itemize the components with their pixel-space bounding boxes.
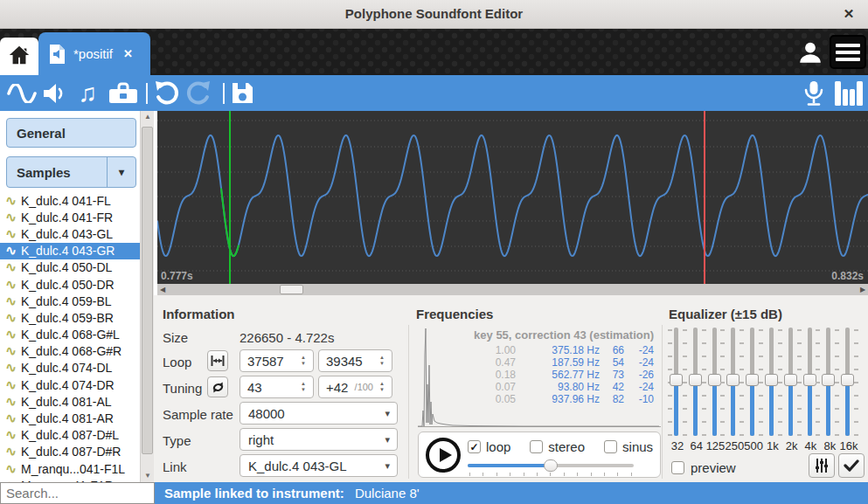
spinner-arrows-icon[interactable]: ▲▼: [296, 355, 310, 367]
samples-button[interactable]: Samples ▾: [6, 156, 136, 188]
scrollbar-thumb[interactable]: [142, 127, 153, 454]
tuning-correction-spinner[interactable]: +42 /100 ▲▼: [318, 376, 392, 398]
slider-knob[interactable]: [544, 459, 558, 472]
eq-band-4k[interactable]: [802, 328, 821, 439]
play-button[interactable]: [426, 438, 461, 473]
eq-settings-button[interactable]: [809, 453, 835, 478]
list-item[interactable]: ∿K_dulc.4 059-BR: [0, 309, 140, 326]
loop-checkbox-label: loop: [486, 439, 510, 454]
eq-handle[interactable]: [670, 374, 683, 386]
list-item-selected[interactable]: ∿K_dulc.4 043-GR: [0, 243, 140, 259]
menu-icon[interactable]: [830, 35, 866, 69]
list-item[interactable]: ∿K_dulc.4 041-FL: [0, 192, 140, 209]
list-item[interactable]: ∿M_ranqu...041-F1L: [0, 460, 140, 477]
eq-band-500[interactable]: [744, 328, 763, 439]
list-item[interactable]: ∿K_dulc.4 068-G#R: [0, 343, 140, 360]
list-item[interactable]: ∿K_dulc.4 050-DL: [0, 259, 140, 276]
list-item[interactable]: ∿K_dulc.4 043-GL: [0, 225, 140, 242]
eq-band-2k[interactable]: [782, 328, 802, 439]
save-icon[interactable]: [227, 75, 257, 111]
samples-dropdown-arrow[interactable]: ▾: [107, 157, 135, 187]
list-item[interactable]: ∿K_dulc.4 087-D#R: [0, 444, 140, 460]
player-slider[interactable]: [468, 459, 634, 472]
list-item[interactable]: ∿K_dulc.4 074-DL: [0, 360, 140, 376]
tab-close-icon[interactable]: ✕: [123, 47, 133, 60]
eq-band-125[interactable]: [706, 328, 726, 439]
list-item[interactable]: ∿K_dulc.4 074-DR: [0, 376, 140, 393]
microphone-icon[interactable]: [801, 75, 827, 111]
equalizer-band-labels: 3264 125250 5001k 2k4k 8k16k: [668, 439, 858, 452]
preview-checkbox[interactable]: [671, 461, 684, 474]
frequency-row: 0.0793.80 Hz42-24: [416, 381, 654, 393]
spinner-arrows-icon[interactable]: ▲▼: [375, 381, 389, 393]
loop-start-marker[interactable]: [229, 111, 231, 284]
loop-checkbox[interactable]: ✓: [468, 440, 481, 453]
eq-handle[interactable]: [746, 374, 759, 386]
eq-band-16k[interactable]: [839, 328, 858, 439]
waveform-plot: [157, 111, 868, 284]
search-input[interactable]: [0, 482, 155, 504]
link-select[interactable]: K_dulc.4 043-GL ▾: [240, 454, 398, 477]
waveform-view[interactable]: 0.777s 0.832s: [157, 111, 868, 284]
stereo-checkbox[interactable]: [530, 440, 543, 453]
sample-wave-icon[interactable]: [5, 75, 38, 111]
eq-handle[interactable]: [822, 374, 835, 386]
checkmark-icon: [844, 459, 859, 472]
home-icon: [8, 44, 31, 70]
user-icon[interactable]: [797, 39, 823, 69]
chevron-down-icon: ▾: [119, 166, 124, 178]
eq-band-250[interactable]: [725, 328, 744, 439]
spinner-arrows-icon[interactable]: ▲▼: [296, 381, 310, 393]
scrollbar-thumb[interactable]: [280, 285, 303, 294]
eq-band-8k[interactable]: [820, 328, 839, 439]
eq-handle[interactable]: [689, 374, 702, 386]
scroll-up-icon[interactable]: ▲: [141, 111, 155, 123]
eq-handle[interactable]: [841, 374, 854, 386]
sinus-checkbox[interactable]: [604, 440, 617, 453]
type-label: Type: [163, 433, 191, 448]
window-close-icon[interactable]: ✕: [840, 5, 858, 23]
tab-home[interactable]: [0, 38, 38, 75]
list-item[interactable]: ∿K_dulc.4 087-D#L: [0, 427, 140, 444]
loop-end-spinner[interactable]: 39345 ▲▼: [318, 349, 392, 372]
sample-rate-select[interactable]: 48000 ▾: [240, 402, 398, 425]
organ-pipes-icon[interactable]: [832, 75, 865, 111]
redo-icon[interactable]: [184, 75, 215, 111]
eq-handle[interactable]: [803, 374, 816, 386]
eq-handle[interactable]: [784, 374, 797, 386]
loop-start-spinner[interactable]: 37587 ▲▼: [240, 349, 314, 372]
eq-band-32[interactable]: [668, 328, 687, 439]
eq-handle[interactable]: [765, 374, 778, 386]
tab-positif[interactable]: *positif ✕: [38, 32, 150, 75]
loop-end-marker[interactable]: [704, 111, 705, 284]
general-button[interactable]: General: [6, 118, 136, 148]
sample-name: K_dulc.4 041-FR: [21, 211, 113, 224]
list-item[interactable]: ∿K_dulc.4 068-G#L: [0, 327, 140, 343]
list-item[interactable]: ∿K_dulc.4 041-FR: [0, 209, 140, 225]
scroll-right-icon[interactable]: ▶: [858, 284, 868, 295]
eq-handle[interactable]: [708, 374, 721, 386]
tuning-auto-button[interactable]: [207, 376, 228, 397]
sidebar-scrollbar[interactable]: ▲ ▼: [140, 111, 154, 482]
waveform-scrollbar[interactable]: ◀ ▶: [157, 284, 868, 295]
scroll-down-icon[interactable]: ▼: [141, 470, 155, 482]
speaker-icon[interactable]: [40, 75, 68, 111]
eq-band-1k[interactable]: [763, 328, 782, 439]
eq-apply-button[interactable]: [838, 453, 865, 478]
scroll-left-icon[interactable]: ◀: [157, 284, 168, 295]
eq-handle[interactable]: [726, 374, 740, 386]
tuning-key-spinner[interactable]: 43 ▲▼: [240, 376, 314, 398]
list-item[interactable]: ∿K_dulc.4 050-DR: [0, 276, 140, 293]
list-item[interactable]: ∿K_dulc.4 059-BL: [0, 293, 140, 309]
music-note-icon[interactable]: ♫: [73, 75, 101, 111]
list-item[interactable]: ∿K_dulc.4 081-AR: [0, 410, 140, 426]
list-item[interactable]: ∿K_dulc.4 081-AL: [0, 393, 140, 410]
toolbox-icon[interactable]: [105, 75, 142, 111]
eq-band-64[interactable]: [687, 328, 706, 439]
wave-icon: ∿: [3, 377, 18, 393]
undo-icon[interactable]: [150, 75, 182, 111]
loop-start-value: 37587: [247, 354, 296, 369]
spinner-arrows-icon[interactable]: ▲▼: [375, 355, 389, 367]
type-select[interactable]: right ▾: [240, 428, 398, 451]
loop-play-range-button[interactable]: [207, 350, 228, 371]
